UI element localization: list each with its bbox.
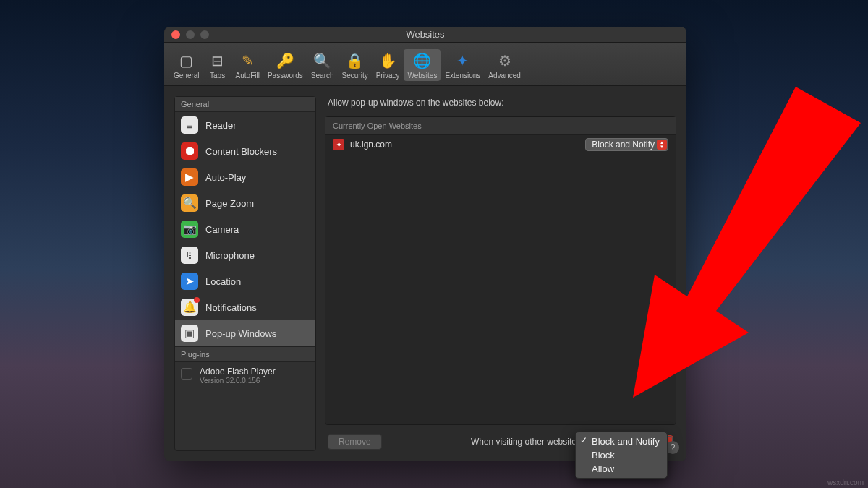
toolbar-tabs[interactable]: ⊟Tabs [204,49,231,81]
preferences-window: Websites ▢General⊟Tabs✎AutoFill🔑Password… [164,27,686,461]
advanced-icon: ⚙ [495,51,515,71]
sidebar-item-content-blockers[interactable]: ⬢Content Blockers [175,138,315,164]
plugin-name: Adobe Flash Player [200,367,276,377]
general-icon: ▢ [176,51,197,71]
toolbar-label: Security [342,72,368,80]
dropdown-option[interactable]: Block and Notify [576,435,667,448]
toolbar-label: Advanced [488,72,520,80]
window-title: Websites [164,29,686,40]
toolbar-security[interactable]: 🔒Security [339,49,372,81]
content-area: General ≡Reader⬢Content Blockers▶Auto-Pl… [164,86,686,461]
toolbar-label: Search [311,72,334,80]
sidebar-item-label: Pop-up Windows [205,328,276,339]
sidebar: General ≡Reader⬢Content Blockers▶Auto-Pl… [174,96,316,451]
popups-icon: ▣ [181,325,198,342]
dropdown-option[interactable]: Block [576,448,667,462]
sidebar-item-location[interactable]: ➤Location [175,268,315,294]
extensions-icon: ✦ [453,51,473,71]
site-setting-value: Block and Notify [592,140,655,150]
toolbar-label: Tabs [210,72,225,80]
list-header: Currently Open Websites [326,117,676,135]
sidebar-item-camera[interactable]: 📷Camera [175,216,315,242]
site-host: uk.ign.com [350,140,392,150]
sidebar-item-label: Notifications [205,302,257,313]
toolbar-websites[interactable]: 🌐Websites [404,49,441,81]
toolbar-label: Extensions [445,72,480,80]
toolbar-search[interactable]: 🔍Search [307,49,338,81]
help-button[interactable]: ? [666,441,679,454]
sidebar-item-page-zoom[interactable]: 🔍Page Zoom [175,190,315,216]
remove-button[interactable]: Remove [328,434,382,450]
search-icon: 🔍 [312,51,333,71]
site-setting-select[interactable]: Block and Notify▲▼ [585,138,668,151]
close-window-button[interactable] [171,30,180,39]
other-websites-label: When visiting other websites: [471,437,583,447]
sidebar-item-microphone[interactable]: 🎙Microphone [175,242,315,268]
sidebar-item-label: Auto-Play [205,172,246,183]
autofill-icon: ✎ [237,51,258,71]
location-icon: ➤ [181,273,198,290]
content-blockers-icon: ⬢ [181,142,198,160]
sidebar-item-label: Content Blockers [205,146,277,157]
websites-icon: 🌐 [412,51,433,71]
sidebar-item-notifications[interactable]: 🔔Notifications [175,294,315,320]
sidebar-item-label: Location [205,276,241,287]
reader-icon: ≡ [181,116,198,134]
toolbar-extensions[interactable]: ✦Extensions [441,49,484,81]
tabs-icon: ⊟ [208,51,228,71]
select-arrows-icon: ▲▼ [657,140,667,150]
plugin-checkbox[interactable] [181,368,192,380]
toolbar-label: Websites [407,72,437,80]
dropdown-option[interactable]: Allow [576,462,667,476]
toolbar-label: AutoFill [236,72,260,80]
sidebar-header-plugins: Plug-ins [175,346,315,362]
sidebar-item-label: Camera [205,224,239,235]
preferences-toolbar: ▢General⊟Tabs✎AutoFill🔑Passwords🔍Search🔒… [164,43,686,86]
footer-row: Remove When visiting other websites: Blo… [325,432,676,451]
security-icon: 🔒 [345,51,365,71]
page-zoom-icon: 🔍 [181,194,198,212]
camera-icon: 📷 [181,221,198,238]
watermark: wsxdn.com [827,479,864,487]
sidebar-item-label: Page Zoom [205,198,254,209]
toolbar-autofill[interactable]: ✎AutoFill [232,49,263,81]
toolbar-privacy[interactable]: ✋Privacy [373,49,404,81]
toolbar-advanced[interactable]: ⚙Advanced [485,49,524,81]
sidebar-item-label: Reader [205,120,237,131]
titlebar: Websites [164,27,686,43]
window-controls [164,30,209,39]
plugin-version: Version 32.0.0.156 [200,377,276,385]
toolbar-label: General [174,72,200,80]
minimize-window-button[interactable] [186,30,195,39]
notifications-icon: 🔔 [181,299,198,316]
main-panel: Allow pop-up windows on the websites bel… [325,96,676,451]
site-favicon-icon: ✦ [333,139,344,150]
privacy-icon: ✋ [378,51,398,71]
plugin-row[interactable]: Adobe Flash Player Version 32.0.0.156 [175,362,315,389]
zoom-window-button[interactable] [200,30,209,39]
sidebar-item-popups[interactable]: ▣Pop-up Windows [175,320,315,346]
toolbar-label: Passwords [268,72,303,80]
toolbar-passwords[interactable]: 🔑Passwords [264,49,307,81]
microphone-icon: 🎙 [181,247,198,264]
instruction-text: Allow pop-up windows on the websites bel… [325,96,676,109]
toolbar-general[interactable]: ▢General [170,49,203,81]
websites-list: Currently Open Websites ✦uk.ign.comBlock… [325,116,676,425]
toolbar-label: Privacy [376,72,400,80]
site-row[interactable]: ✦uk.ign.comBlock and Notify▲▼ [326,135,676,154]
default-setting-dropdown: Block and NotifyBlockAllow [575,432,668,479]
sidebar-item-reader[interactable]: ≡Reader [175,112,315,138]
passwords-icon: 🔑 [275,51,295,71]
auto-play-icon: ▶ [181,168,198,186]
notification-badge [194,297,200,303]
sidebar-header-general: General [175,97,315,112]
sidebar-item-auto-play[interactable]: ▶Auto-Play [175,164,315,190]
sidebar-item-label: Microphone [205,250,255,261]
